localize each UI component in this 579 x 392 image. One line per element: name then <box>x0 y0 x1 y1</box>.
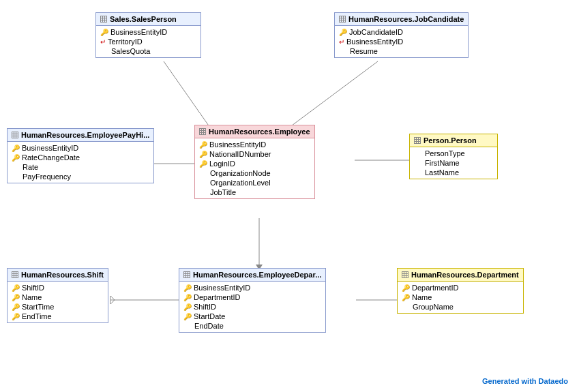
pk-icon: 🔑 <box>12 294 20 301</box>
grid-icon <box>414 137 421 144</box>
table-row: PayFrequency <box>8 172 153 181</box>
footer-brand: Dataedo <box>539 377 568 385</box>
table-row: LastName <box>410 168 497 177</box>
table-salesperson-body: 🔑 BusinessEntityID ↵ TerritoryID SalesQu… <box>96 26 201 57</box>
table-row: 🔑 EndTime <box>8 312 108 321</box>
field-name: DepartmentID <box>412 284 458 292</box>
fk-arrow-icon: ↵ <box>339 38 344 46</box>
table-row: 🔑 Name <box>8 292 108 302</box>
field-name: BusinessEntityID <box>110 28 167 36</box>
table-personperson-body: PersonType FirstName LastName <box>410 147 497 179</box>
pk-icon: 🔑 <box>199 151 207 158</box>
table-row: Rate <box>8 162 153 172</box>
field-name: Name <box>22 293 42 301</box>
pk-icon: 🔑 <box>183 303 192 311</box>
table-row: GroupName <box>398 302 523 312</box>
table-employeepayhi: HumanResources.EmployeePayHi... 🔑 Busine… <box>7 128 154 183</box>
table-jobcandidate-body: 🔑 JobCandidateID ↵ BusinessEntityID Resu… <box>335 26 468 57</box>
field-name: LastName <box>425 168 459 177</box>
table-personperson: Person.Person PersonType FirstName LastN… <box>409 134 498 179</box>
table-shift-header: HumanResources.Shift <box>8 269 108 282</box>
field-name: GroupName <box>413 303 454 311</box>
table-jobcandidate-title: HumanResources.JobCandidate <box>348 15 464 23</box>
field-name: StartTime <box>22 303 54 311</box>
pk-icon: 🔑 <box>12 313 20 320</box>
table-employee: HumanResources.Employee 🔑 BusinessEntity… <box>194 125 315 199</box>
svg-line-0 <box>164 61 211 130</box>
table-row: 🔑 BusinessEntityID <box>195 140 314 149</box>
footer-prefix: Generated with <box>482 377 539 385</box>
table-row: SalesQuota <box>96 46 201 56</box>
field-name: BusinessEntityID <box>194 284 250 292</box>
table-row: 🔑 JobCandidateID <box>335 27 468 37</box>
pk-icon: 🔑 <box>402 284 410 292</box>
field-name: Name <box>412 293 432 301</box>
field-name: TerritoryID <box>108 37 143 46</box>
table-row: PersonType <box>410 149 497 158</box>
fk-icon: 🔑 <box>199 160 207 168</box>
table-jobcandidate: HumanResources.JobCandidate 🔑 JobCandida… <box>334 12 469 58</box>
table-shift: HumanResources.Shift 🔑 ShiftID 🔑 Name 🔑 … <box>7 268 108 323</box>
table-salesperson-header: Sales.SalesPerson <box>96 13 201 26</box>
table-personperson-header: Person.Person <box>410 134 497 147</box>
grid-icon <box>199 128 206 135</box>
table-row: 🔑 RateChangeDate <box>8 153 153 162</box>
pk-icon: 🔑 <box>183 284 192 292</box>
footer: Generated with Dataedo <box>482 377 568 385</box>
table-row: 🔑 BusinessEntityID <box>96 27 201 37</box>
svg-line-2 <box>286 61 378 130</box>
table-shift-body: 🔑 ShiftID 🔑 Name 🔑 StartTime 🔑 EndTime <box>8 282 108 322</box>
pk-icon: 🔑 <box>183 294 192 301</box>
table-row: ↵ BusinessEntityID <box>335 37 468 46</box>
table-employeedepart-body: 🔑 BusinessEntityID 🔑 DepartmentID 🔑 Shif… <box>179 282 325 332</box>
table-employeepayhi-body: 🔑 BusinessEntityID 🔑 RateChangeDate Rate… <box>8 142 153 183</box>
grid-icon <box>183 271 190 278</box>
table-salesperson-title: Sales.SalesPerson <box>110 15 177 23</box>
field-name: Resume <box>350 47 378 55</box>
field-name: JobCandidateID <box>349 28 403 36</box>
table-employee-title: HumanResources.Employee <box>209 127 310 136</box>
table-department: HumanResources.Department 🔑 DepartmentID… <box>397 268 524 314</box>
field-name: ShiftID <box>194 303 216 311</box>
field-name: DepartmentID <box>194 293 240 301</box>
field-name: NationalIDNumber <box>209 150 271 158</box>
table-department-title: HumanResources.Department <box>411 271 519 279</box>
table-row: 🔑 DepartmentID <box>398 283 523 292</box>
table-row: 🔑 BusinessEntityID <box>8 143 153 153</box>
table-personperson-title: Person.Person <box>424 136 477 145</box>
table-row: 🔑 StartTime <box>8 302 108 312</box>
grid-icon <box>12 132 18 138</box>
table-jobcandidate-header: HumanResources.JobCandidate <box>335 13 468 26</box>
table-row: OrganizationNode <box>195 168 314 178</box>
pk-icon: 🔑 <box>12 303 20 311</box>
table-row: 🔑 DepartmentID <box>179 292 325 302</box>
pk-icon: 🔑 <box>339 29 347 36</box>
table-row: OrganizationLevel <box>195 178 314 187</box>
pk-icon: 🔑 <box>402 294 410 301</box>
field-name: StartDate <box>194 312 225 320</box>
pk-icon: 🔑 <box>199 141 207 149</box>
field-name: RateChangeDate <box>22 153 80 162</box>
grid-icon <box>100 16 107 22</box>
table-row: 🔑 LoginID <box>195 159 314 168</box>
field-name: BusinessEntityID <box>22 144 78 152</box>
table-employeedepart-header: HumanResources.EmployeeDepar... <box>179 269 325 282</box>
field-name: Rate <box>23 163 38 171</box>
table-salesperson: Sales.SalesPerson 🔑 BusinessEntityID ↵ T… <box>95 12 201 58</box>
table-row: 🔑 NationalIDNumber <box>195 149 314 159</box>
field-name: OrganizationNode <box>210 169 271 177</box>
table-row: EndDate <box>179 321 325 331</box>
table-department-body: 🔑 DepartmentID 🔑 Name GroupName <box>398 282 523 313</box>
grid-icon <box>12 271 18 278</box>
field-name: PayFrequency <box>23 172 71 181</box>
table-row: 🔑 Name <box>398 292 523 302</box>
svg-line-18 <box>110 296 115 300</box>
svg-line-19 <box>110 300 115 304</box>
field-name: SalesQuota <box>111 47 150 55</box>
table-row: 🔑 StartDate <box>179 312 325 321</box>
grid-icon <box>339 16 346 22</box>
pk-icon: 🔑 <box>12 284 20 292</box>
pk-icon: 🔑 <box>12 145 20 152</box>
table-employeepayhi-title: HumanResources.EmployeePayHi... <box>21 131 149 139</box>
table-row: 🔑 ShiftID <box>179 302 325 312</box>
